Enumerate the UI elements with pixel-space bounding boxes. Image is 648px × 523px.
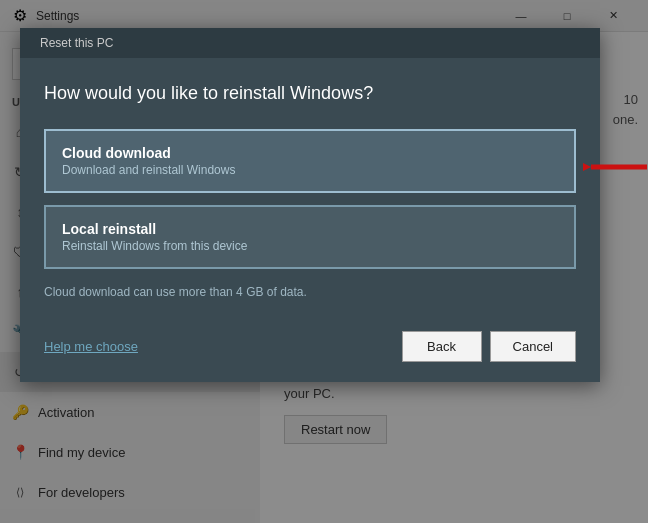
dialog-header: Reset this PC [20, 28, 600, 58]
dialog-question: How would you like to reinstall Windows? [44, 82, 576, 105]
cloud-download-option[interactable]: Cloud download Download and reinstall Wi… [44, 129, 576, 193]
cancel-button[interactable]: Cancel [490, 331, 576, 362]
dialog-action-buttons: Back Cancel [402, 331, 576, 362]
dialog-header-label: Reset this PC [40, 36, 113, 50]
cloud-option-wrapper: Cloud download Download and reinstall Wi… [44, 129, 576, 205]
red-arrow-icon [583, 148, 648, 186]
dialog-footer-row: Help me choose Back Cancel [44, 323, 576, 362]
settings-window: ⚙ Settings — □ ✕ Find a setting Update &… [0, 0, 648, 523]
cloud-option-desc: Download and reinstall Windows [62, 163, 558, 177]
cloud-option-title: Cloud download [62, 145, 558, 161]
local-option-title: Local reinstall [62, 221, 558, 237]
back-button[interactable]: Back [402, 331, 482, 362]
modal-overlay: Reset this PC How would you like to rein… [0, 0, 648, 523]
local-option-desc: Reinstall Windows from this device [62, 239, 558, 253]
dialog-body: How would you like to reinstall Windows?… [20, 58, 600, 382]
help-me-choose-link[interactable]: Help me choose [44, 339, 138, 354]
dialog-note: Cloud download can use more than 4 GB of… [44, 285, 576, 299]
local-reinstall-option[interactable]: Local reinstall Reinstall Windows from t… [44, 205, 576, 269]
reinstall-dialog: Reset this PC How would you like to rein… [20, 28, 600, 382]
